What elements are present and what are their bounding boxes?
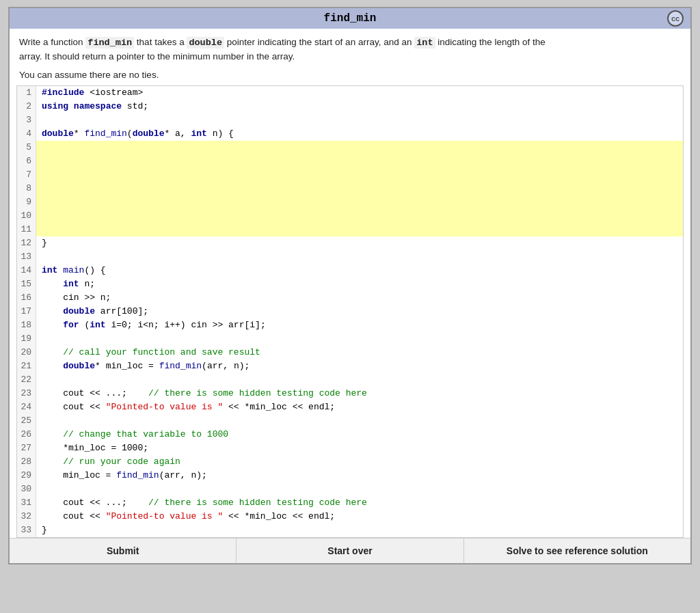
code-line: 28 // run your code again [17, 455, 683, 469]
line-number: 26 [17, 428, 36, 441]
line-text: *min_loc = 1000; [36, 441, 683, 455]
line-text: } [36, 523, 683, 537]
code-line: 25 [17, 414, 683, 428]
line-number: 19 [17, 332, 36, 346]
line-text [36, 195, 683, 209]
line-number: 3 [17, 113, 36, 127]
desc-type2: int [414, 37, 435, 49]
line-number: 27 [17, 441, 36, 455]
code-line: 27 *min_loc = 1000; [17, 441, 683, 455]
line-number: 9 [17, 195, 36, 209]
line-text: double* find_min(double* a, int n) { [36, 127, 683, 141]
line-text: using namespace std; [36, 100, 683, 113]
code-line[interactable]: 8 [17, 182, 683, 195]
line-text [36, 113, 683, 127]
code-line[interactable]: 9 [17, 195, 683, 209]
line-text [36, 414, 683, 428]
code-line[interactable]: 5 [17, 141, 683, 154]
line-number: 24 [17, 400, 36, 414]
line-text [36, 223, 683, 236]
line-number: 33 [17, 523, 36, 537]
line-number: 23 [17, 387, 36, 400]
code-line: 26 // change that variable to 1000 [17, 428, 683, 441]
line-number: 2 [17, 100, 36, 113]
line-text: cin >> n; [36, 291, 683, 305]
submit-button[interactable]: Submit [10, 539, 237, 563]
code-line: 32 cout << "Pointed-to value is " << *mi… [17, 510, 683, 523]
line-text [36, 141, 683, 154]
line-text: cout << ...; // there is some hidden tes… [36, 496, 683, 510]
line-text: cout << "Pointed-to value is " << *min_l… [36, 510, 683, 523]
line-text: cout << "Pointed-to value is " << *min_l… [36, 400, 683, 414]
desc-line2: array. It should return a pointer to the… [19, 51, 295, 62]
code-line: 18 for (int i=0; i<n; i++) cin >> arr[i]… [17, 318, 683, 332]
code-line: 15 int n; [17, 277, 683, 291]
line-text [36, 154, 683, 168]
line-text [36, 250, 683, 264]
line-number: 14 [17, 264, 36, 277]
desc-fn-name: find_min [85, 37, 134, 49]
code-line: 12} [17, 236, 683, 250]
code-line: 33} [17, 523, 683, 537]
cc-icon: cc [667, 10, 684, 27]
line-text [36, 373, 683, 387]
line-number: 6 [17, 154, 36, 168]
code-line: 1#include <iostream> [17, 86, 683, 100]
line-number: 21 [17, 359, 36, 373]
code-line: 13 [17, 250, 683, 264]
line-number: 17 [17, 305, 36, 318]
code-line: 31 cout << ...; // there is some hidden … [17, 496, 683, 510]
line-text: int n; [36, 277, 683, 291]
line-number: 11 [17, 223, 36, 236]
line-number: 15 [17, 277, 36, 291]
desc-mid2: pointer indicating the start of an array… [224, 37, 414, 47]
code-editor[interactable]: 1#include <iostream>2using namespace std… [16, 85, 684, 538]
line-number: 29 [17, 469, 36, 482]
code-line: 24 cout << "Pointed-to value is " << *mi… [17, 400, 683, 414]
line-number: 32 [17, 510, 36, 523]
code-line[interactable]: 6 [17, 154, 683, 168]
code-line: 23 cout << ...; // there is some hidden … [17, 387, 683, 400]
start-over-button[interactable]: Start over [237, 539, 463, 563]
line-text [36, 182, 683, 195]
line-number: 13 [17, 250, 36, 264]
line-text [36, 482, 683, 496]
line-text: // change that variable to 1000 [36, 428, 683, 441]
desc-type1: double [187, 37, 224, 49]
code-line: 14int main() { [17, 264, 683, 277]
line-number: 31 [17, 496, 36, 510]
code-line: 29 min_loc = find_min(arr, n); [17, 469, 683, 482]
code-line: 30 [17, 482, 683, 496]
solve-button[interactable]: Solve to see reference solution [464, 539, 690, 563]
line-number: 1 [17, 86, 36, 100]
line-number: 25 [17, 414, 36, 428]
main-container: find_min cc Write a function find_min th… [8, 7, 692, 564]
code-line[interactable]: 7 [17, 168, 683, 182]
line-text: int main() { [36, 264, 683, 277]
page-title: find_min [324, 12, 377, 25]
line-number: 10 [17, 209, 36, 223]
code-line: 17 double arr[100]; [17, 305, 683, 318]
desc-mid1: that takes a [134, 37, 187, 47]
description: Write a function find_min that takes a d… [10, 29, 690, 68]
line-text: double* min_loc = find_min(arr, n); [36, 359, 683, 373]
code-line: 16 cin >> n; [17, 291, 683, 305]
code-line: 3 [17, 113, 683, 127]
code-line[interactable]: 11 [17, 223, 683, 236]
line-text: // run your code again [36, 455, 683, 469]
line-text: min_loc = find_min(arr, n); [36, 469, 683, 482]
assumption: You can assume there are no ties. [10, 68, 690, 85]
line-number: 8 [17, 182, 36, 195]
code-line: 21 double* min_loc = find_min(arr, n); [17, 359, 683, 373]
title-bar: find_min cc [10, 8, 690, 29]
line-text: #include <iostream> [36, 86, 683, 100]
desc-end: indicating the length of the [435, 37, 546, 47]
line-number: 4 [17, 127, 36, 141]
line-number: 18 [17, 318, 36, 332]
line-number: 30 [17, 482, 36, 496]
code-line[interactable]: 10 [17, 209, 683, 223]
code-line: 20 // call your function and save result [17, 346, 683, 359]
line-number: 16 [17, 291, 36, 305]
line-number: 5 [17, 141, 36, 154]
line-number: 28 [17, 455, 36, 469]
